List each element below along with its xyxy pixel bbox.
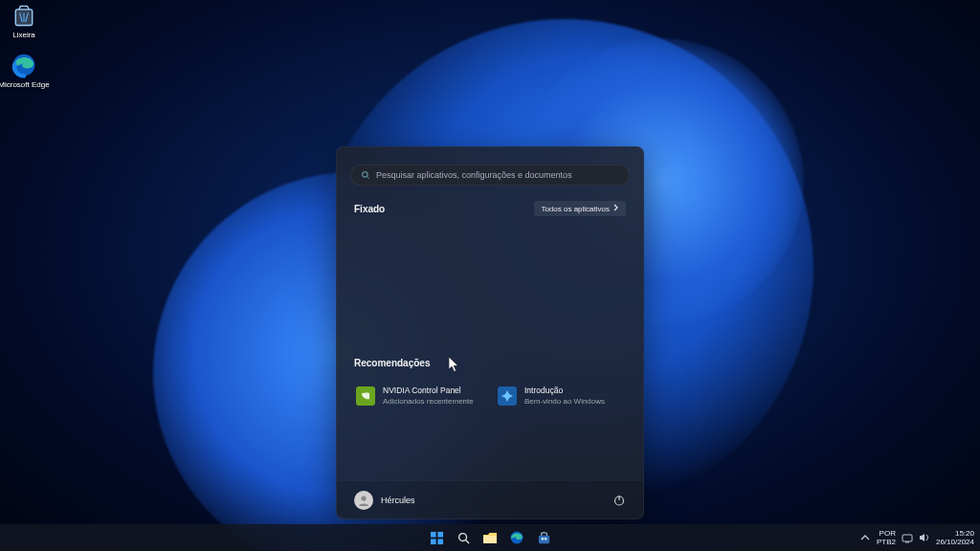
tray-chevron-icon[interactable]: [859, 532, 871, 543]
all-apps-button[interactable]: Todos os aplicativos: [534, 201, 626, 216]
all-apps-label: Todos os aplicativos: [541, 205, 610, 213]
taskbar-store-button[interactable]: [533, 527, 554, 548]
svg-rect-10: [437, 531, 443, 537]
recommendations-heading: Recomendações: [354, 358, 430, 368]
svg-rect-17: [538, 535, 548, 542]
network-icon[interactable]: [902, 532, 913, 543]
svg-point-6: [361, 496, 366, 500]
clock-date: 26/10/2024: [936, 538, 974, 546]
language-line2: PTB2: [877, 538, 896, 546]
svg-rect-15: [483, 536, 497, 543]
svg-rect-20: [902, 535, 912, 541]
svg-rect-9: [430, 531, 435, 537]
intro-icon: [498, 386, 517, 406]
taskbar-edge-button[interactable]: [506, 527, 527, 548]
desktop-icon-label: Microsoft Edge: [0, 80, 50, 90]
search-placeholder: Pesquisar aplicativos, configurações e d…: [376, 170, 572, 180]
chevron-right-icon: [613, 204, 619, 213]
clock-time: 15:20: [936, 529, 974, 538]
svg-rect-19: [544, 538, 546, 540]
svg-rect-18: [541, 538, 543, 540]
volume-icon[interactable]: [919, 532, 930, 543]
svg-point-13: [458, 533, 466, 540]
nvidia-icon: [356, 386, 375, 406]
svg-rect-11: [430, 539, 435, 544]
svg-line-14: [465, 540, 469, 543]
svg-point-4: [363, 172, 368, 178]
search-icon: [361, 170, 370, 180]
recommendation-title: NVIDIA Control Panel: [383, 386, 474, 396]
desktop-icon-label: Lixeira: [0, 31, 50, 40]
svg-line-5: [368, 177, 369, 179]
svg-rect-12: [437, 539, 443, 544]
taskbar-search-button[interactable]: [453, 527, 474, 548]
recommendation-subtitle: Bem-vindo ao Windows: [524, 396, 605, 407]
pinned-grid: [350, 224, 630, 352]
pinned-heading: Fixado: [354, 204, 385, 214]
clock[interactable]: 15:20 26/10/2024: [936, 529, 974, 546]
taskbar-explorer-button[interactable]: [479, 527, 501, 548]
power-button[interactable]: [612, 494, 626, 507]
recycle-bin-icon: [11, 2, 37, 29]
desktop-icon-edge[interactable]: Microsoft Edge: [0, 52, 50, 90]
recommendation-item-nvidia[interactable]: NVIDIA Control Panel Adicionados recente…: [352, 382, 486, 410]
taskbar-start-button[interactable]: [426, 527, 447, 548]
recommendation-item-intro[interactable]: Introdução Bem-vindo ao Windows: [494, 382, 628, 410]
recommendation-subtitle: Adicionados recentemente: [383, 396, 474, 407]
avatar-icon: [354, 491, 373, 510]
language-indicator[interactable]: POR PTB2: [877, 529, 896, 546]
user-name: Hércules: [381, 496, 415, 505]
desktop-icon-recycle-bin[interactable]: Lixeira: [0, 2, 50, 40]
search-input[interactable]: Pesquisar aplicativos, configurações e d…: [350, 165, 630, 186]
start-menu: Pesquisar aplicativos, configurações e d…: [336, 146, 644, 519]
language-line1: POR: [877, 529, 896, 538]
recommendation-title: Introdução: [524, 386, 605, 396]
taskbar: POR PTB2 15:20 26/10/2024: [0, 524, 980, 551]
edge-icon: [11, 52, 37, 78]
user-account-button[interactable]: Hércules: [354, 491, 415, 510]
